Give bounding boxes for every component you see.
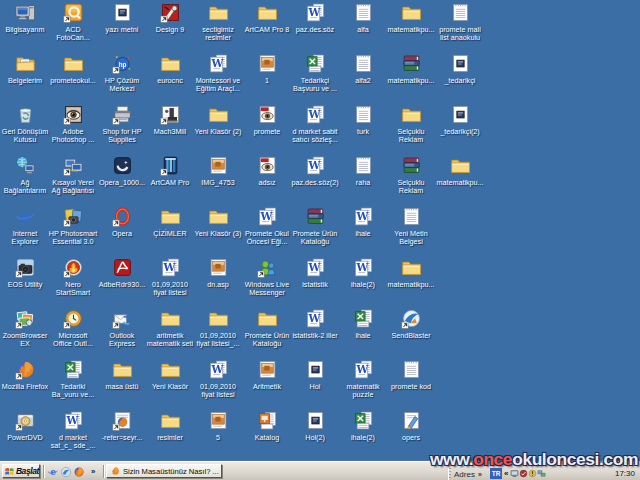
address-toolbar-chevron[interactable]: » bbox=[478, 471, 482, 478]
tray-antivirus-icon[interactable] bbox=[519, 469, 528, 478]
desktop-icon[interactable]: promete mail list anaokulu bbox=[435, 2, 485, 41]
desktop-icon[interactable]: adsız bbox=[242, 155, 292, 187]
desktop-icon[interactable]: sectigimiz resimler bbox=[193, 2, 243, 41]
desktop-icon[interactable]: AdbeRdr930... bbox=[97, 257, 147, 289]
desktop-icon[interactable]: Shop for HP Supplies bbox=[97, 104, 147, 143]
desktop-icon[interactable]: ArtCAM Pro bbox=[145, 155, 195, 187]
desktop-icon[interactable]: ihale(2) bbox=[338, 410, 388, 442]
desktop-icon[interactable]: IMG_4753 bbox=[193, 155, 243, 187]
desktop-icon[interactable]: Hol(2) bbox=[290, 410, 340, 442]
desktop-icon[interactable]: eurocnc bbox=[145, 53, 195, 85]
quick-launch-internet-explorer-icon[interactable]: e bbox=[47, 466, 59, 478]
desktop-icon[interactable]: hpHP Çözüm Merkezi bbox=[97, 53, 147, 92]
desktop-icon[interactable]: Tedarikçi Başvuru ve ... bbox=[290, 53, 340, 92]
desktop-icon[interactable]: 5 bbox=[193, 410, 243, 442]
desktop-icon[interactable]: W01,09,2010 fiyat listesi bbox=[193, 359, 243, 398]
desktop-icon[interactable]: W01,09,2010 fiyat listesi bbox=[145, 257, 195, 296]
desktop-icon[interactable]: raha bbox=[338, 155, 388, 187]
desktop-icon[interactable]: Bilgisayarım bbox=[0, 2, 50, 34]
desktop-icon[interactable]: Design 9 bbox=[145, 2, 195, 34]
desktop-icon[interactable]: Wpaz.des.söz bbox=[290, 2, 340, 34]
desktop-icon[interactable]: _tedarikçi(2) bbox=[435, 104, 485, 136]
desktop-icon[interactable]: ZoomBrowser EX bbox=[0, 308, 50, 347]
desktop-icon[interactable]: Yeni Metin Belgesi bbox=[386, 206, 436, 245]
desktop-icon[interactable]: Belgelerim bbox=[0, 53, 50, 85]
taskbar-clock[interactable]: 17:30 bbox=[615, 469, 635, 478]
quick-launch-firefox-icon[interactable] bbox=[73, 466, 85, 478]
desktop-icon[interactable]: Tedariki Ba_vuru ve... bbox=[48, 359, 98, 398]
desktop-icon[interactable]: EOS Utility bbox=[0, 257, 50, 289]
desktop-icon[interactable]: -refer=seyr... bbox=[97, 410, 147, 442]
desktop-icon[interactable]: _tedarikçi bbox=[435, 53, 485, 85]
desktop-icon[interactable]: masa üstü bbox=[97, 359, 147, 391]
task-button-window[interactable]: circle cx="10" cy="10" r="7.5" fill="#3a… bbox=[106, 464, 222, 478]
desktop-icon[interactable]: Microsoft Office Outl... bbox=[48, 308, 98, 347]
desktop-icon[interactable]: matematikpu... bbox=[435, 155, 485, 187]
desktop-icon[interactable]: Wihale(2) bbox=[338, 257, 388, 289]
desktop-icon[interactable]: Selçuklu Reklam bbox=[386, 104, 436, 143]
quick-launch-overflow-chevron[interactable]: » bbox=[91, 467, 95, 476]
desktop-icon[interactable]: Wistatistik-2 iller bbox=[290, 308, 340, 340]
desktop-icon[interactable]: Opera bbox=[97, 206, 147, 238]
desktop-surface[interactable]: BilgisayarımACD FotoCan...yazı metniDesi… bbox=[0, 0, 640, 460]
desktop-icon[interactable]: yazı metni bbox=[97, 2, 147, 34]
tray-display-icon[interactable] bbox=[510, 469, 519, 478]
desktop-icon[interactable]: Outlook Express bbox=[97, 308, 147, 347]
desktop-icon[interactable]: resimler bbox=[145, 410, 195, 442]
desktop-icon[interactable]: 1 bbox=[242, 53, 292, 85]
desktop-icon[interactable]: Wmatematik puzzle bbox=[338, 359, 388, 398]
desktop-icon[interactable]: alfa2 bbox=[338, 53, 388, 85]
desktop-icon[interactable]: Mozilla Firefox bbox=[0, 359, 50, 391]
desktop-icon[interactable]: dn.asp bbox=[193, 257, 243, 289]
desktop-icon[interactable]: Wd market sat_c_ sde_... bbox=[48, 410, 98, 449]
desktop-icon[interactable]: Aritmetik bbox=[242, 359, 292, 391]
desktop-icon[interactable]: Promete Ürün Kataloğu bbox=[290, 206, 340, 245]
desktop-icon[interactable]: Yeni Klasör bbox=[145, 359, 195, 391]
desktop-icon[interactable]: WMontessori ve Eğitim Araçl... bbox=[193, 53, 243, 92]
desktop-icon[interactable]: Mach3Mill bbox=[145, 104, 195, 136]
tray-network-icon[interactable] bbox=[537, 469, 546, 478]
desktop-icon[interactable]: promete kod bbox=[386, 359, 436, 391]
desktop-icon[interactable]: matematikpu... bbox=[386, 2, 436, 34]
desktop-icon[interactable]: Nero StartSmart bbox=[48, 257, 98, 296]
desktop-icon[interactable]: HP Photosmart Essential 3.0 bbox=[48, 206, 98, 245]
desktop-icon-label: Tedarikçi Başvuru ve ... bbox=[290, 77, 340, 92]
tray-updates-icon[interactable] bbox=[528, 469, 537, 478]
desktop-icon[interactable]: PowerDVD bbox=[0, 410, 50, 442]
desktop-icon[interactable]: ÇİZİMLER bbox=[145, 206, 195, 238]
desktop-icon[interactable]: Wd market sabit satıcı sözleş... bbox=[290, 104, 340, 143]
desktop-icon[interactable]: Hol bbox=[290, 359, 340, 391]
desktop-icon[interactable]: prometeokul... bbox=[48, 53, 98, 85]
desktop-icon[interactable]: opers bbox=[386, 410, 436, 442]
desktop-icon[interactable]: Yeni Klasör (2) bbox=[193, 104, 243, 136]
desktop-icon[interactable]: eInternet Explorer bbox=[0, 206, 50, 245]
desktop-icon[interactable]: ACD FotoCan... bbox=[48, 2, 98, 41]
desktop-icon[interactable]: ArtCAM Pro 8 bbox=[242, 2, 292, 34]
desktop-icon[interactable]: Windows Live Messenger bbox=[242, 257, 292, 296]
desktop-icon[interactable]: Wpaz.des.söz(2) bbox=[290, 155, 340, 187]
quick-launch-msn-icon[interactable] bbox=[60, 466, 72, 478]
desktop-icon[interactable]: Promete Ürün Kataloğu bbox=[242, 308, 292, 347]
desktop-icon[interactable]: Adobe Photoshop ... bbox=[48, 104, 98, 143]
desktop-icon[interactable]: Ağ Bağlantılarım bbox=[0, 155, 50, 194]
desktop-icon[interactable]: Opera_1000... bbox=[97, 155, 147, 187]
tray-chevron[interactable]: « bbox=[504, 469, 508, 478]
desktop-icon[interactable]: Yeni Klasör (3) bbox=[193, 206, 243, 238]
desktop-icon[interactable]: aritmetik matematik seti bbox=[145, 308, 195, 347]
desktop-icon[interactable]: SendBlaster bbox=[386, 308, 436, 340]
desktop-icon[interactable]: ihale bbox=[338, 308, 388, 340]
desktop-icon[interactable]: turk bbox=[338, 104, 388, 136]
desktop-icon[interactable]: Geri Dönüşüm Kutusu bbox=[0, 104, 50, 143]
desktop-icon[interactable]: Kısayol Yerel Ağ Bağlantısı bbox=[48, 155, 98, 194]
desktop-icon[interactable]: matematikpu... bbox=[386, 257, 436, 289]
desktop-icon[interactable]: Katalog bbox=[242, 410, 292, 442]
desktop-icon[interactable]: promete bbox=[242, 104, 292, 136]
desktop-icon[interactable]: Wistatistik bbox=[290, 257, 340, 289]
desktop-icon[interactable]: Selçuklu Reklam bbox=[386, 155, 436, 194]
desktop-icon[interactable]: matematikpu... bbox=[386, 53, 436, 85]
desktop-icon[interactable]: 01,09,2010 fiyat listesi_... bbox=[193, 308, 243, 347]
desktop-icon[interactable]: WPromete Okul Öncesi Eği... bbox=[242, 206, 292, 245]
desktop-icon[interactable]: alfa bbox=[338, 2, 388, 34]
desktop-icon[interactable]: Wihale bbox=[338, 206, 388, 238]
start-button[interactable]: Başlat bbox=[2, 464, 40, 478]
